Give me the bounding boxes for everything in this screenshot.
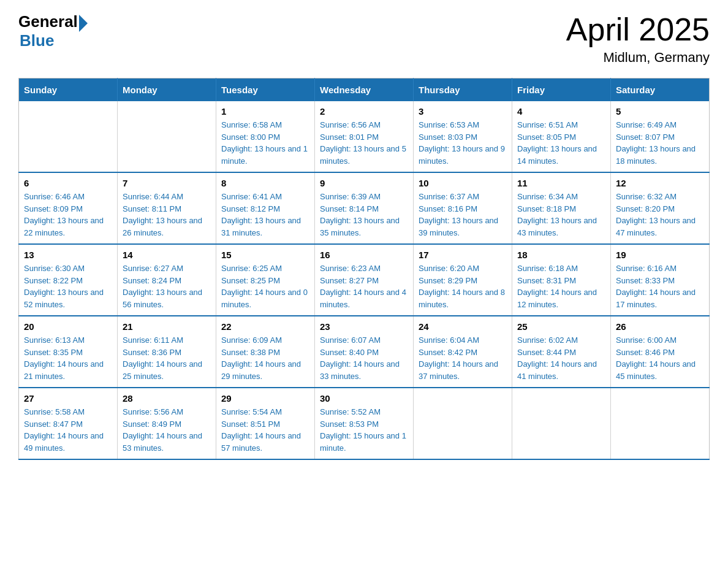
cell-date-number: 2 [320,106,408,117]
cell-date-number: 10 [419,178,507,188]
cell-date-number: 20 [24,321,112,332]
cell-date-number: 9 [320,178,408,188]
cell-info-text: Sunrise: 6:32 AM Sunset: 8:20 PM Dayligh… [616,191,704,239]
cell-info-text: Sunrise: 6:51 AM Sunset: 8:05 PM Dayligh… [517,119,605,167]
cell-date-number: 27 [24,393,112,404]
cell-date-number: 17 [419,250,507,260]
calendar-cell: 1Sunrise: 6:58 AM Sunset: 8:00 PM Daylig… [216,101,315,172]
calendar-week-1: 1Sunrise: 6:58 AM Sunset: 8:00 PM Daylig… [19,101,710,172]
cell-date-number: 22 [221,321,309,332]
cell-info-text: Sunrise: 6:37 AM Sunset: 8:16 PM Dayligh… [419,191,507,239]
calendar-cell: 23Sunrise: 6:07 AM Sunset: 8:40 PM Dayli… [315,316,414,388]
calendar-cell: 28Sunrise: 5:56 AM Sunset: 8:49 PM Dayli… [118,388,216,459]
cell-info-text: Sunrise: 6:18 AM Sunset: 8:31 PM Dayligh… [517,262,605,310]
calendar-cell [19,101,118,172]
cell-info-text: Sunrise: 6:11 AM Sunset: 8:36 PM Dayligh… [123,334,211,382]
calendar-cell: 15Sunrise: 6:25 AM Sunset: 8:25 PM Dayli… [216,244,315,316]
cell-date-number: 23 [320,321,408,332]
cell-date-number: 14 [123,250,211,260]
calendar-cell: 8Sunrise: 6:41 AM Sunset: 8:12 PM Daylig… [216,172,315,244]
calendar-cell: 30Sunrise: 5:52 AM Sunset: 8:53 PM Dayli… [315,388,414,459]
cell-date-number: 15 [221,250,309,260]
calendar-cell: 27Sunrise: 5:58 AM Sunset: 8:47 PM Dayli… [19,388,118,459]
cell-info-text: Sunrise: 6:58 AM Sunset: 8:00 PM Dayligh… [221,119,309,167]
calendar-cell: 9Sunrise: 6:39 AM Sunset: 8:14 PM Daylig… [315,172,414,244]
cell-info-text: Sunrise: 6:23 AM Sunset: 8:27 PM Dayligh… [320,262,408,310]
cell-info-text: Sunrise: 5:56 AM Sunset: 8:49 PM Dayligh… [123,406,211,454]
cell-info-text: Sunrise: 6:56 AM Sunset: 8:01 PM Dayligh… [320,119,408,167]
calendar-cell: 24Sunrise: 6:04 AM Sunset: 8:42 PM Dayli… [414,316,512,388]
calendar-cell: 13Sunrise: 6:30 AM Sunset: 8:22 PM Dayli… [19,244,118,316]
cell-date-number: 11 [517,178,605,188]
cell-info-text: Sunrise: 6:34 AM Sunset: 8:18 PM Dayligh… [517,191,605,239]
cell-info-text: Sunrise: 6:07 AM Sunset: 8:40 PM Dayligh… [320,334,408,382]
cell-info-text: Sunrise: 6:02 AM Sunset: 8:44 PM Dayligh… [517,334,605,382]
calendar-cell: 17Sunrise: 6:20 AM Sunset: 8:29 PM Dayli… [414,244,512,316]
cell-info-text: Sunrise: 6:13 AM Sunset: 8:35 PM Dayligh… [24,334,112,382]
calendar-cell [512,388,611,459]
calendar-cell: 12Sunrise: 6:32 AM Sunset: 8:20 PM Dayli… [611,172,710,244]
calendar-week-3: 13Sunrise: 6:30 AM Sunset: 8:22 PM Dayli… [19,244,710,316]
cell-info-text: Sunrise: 6:25 AM Sunset: 8:25 PM Dayligh… [221,262,309,310]
cell-info-text: Sunrise: 6:53 AM Sunset: 8:03 PM Dayligh… [419,119,507,167]
cell-info-text: Sunrise: 6:49 AM Sunset: 8:07 PM Dayligh… [616,119,704,167]
cell-date-number: 25 [517,321,605,332]
cell-date-number: 6 [24,178,112,188]
calendar-cell: 3Sunrise: 6:53 AM Sunset: 8:03 PM Daylig… [414,101,512,172]
cell-info-text: Sunrise: 6:27 AM Sunset: 8:24 PM Dayligh… [123,262,211,310]
day-header-sunday: Sunday [19,79,118,102]
cell-info-text: Sunrise: 6:44 AM Sunset: 8:11 PM Dayligh… [123,191,211,239]
day-header-thursday: Thursday [414,79,512,102]
cell-date-number: 24 [419,321,507,332]
calendar-table: SundayMondayTuesdayWednesdayThursdayFrid… [18,78,710,460]
calendar-title: April 2025 [566,12,710,47]
cell-info-text: Sunrise: 6:00 AM Sunset: 8:46 PM Dayligh… [616,334,704,382]
cell-info-text: Sunrise: 6:46 AM Sunset: 8:09 PM Dayligh… [24,191,112,239]
calendar-cell [118,101,216,172]
calendar-cell: 19Sunrise: 6:16 AM Sunset: 8:33 PM Dayli… [611,244,710,316]
cell-info-text: Sunrise: 6:30 AM Sunset: 8:22 PM Dayligh… [24,262,112,310]
calendar-cell: 7Sunrise: 6:44 AM Sunset: 8:11 PM Daylig… [118,172,216,244]
calendar-cell [414,388,512,459]
logo-blue-text: Blue [20,31,54,50]
day-header-saturday: Saturday [611,79,710,102]
calendar-cell: 20Sunrise: 6:13 AM Sunset: 8:35 PM Dayli… [19,316,118,388]
cell-date-number: 13 [24,250,112,260]
cell-date-number: 5 [616,106,704,117]
day-header-monday: Monday [118,79,216,102]
cell-date-number: 26 [616,321,704,332]
day-header-friday: Friday [512,79,611,102]
calendar-header-row: SundayMondayTuesdayWednesdayThursdayFrid… [19,79,710,102]
cell-info-text: Sunrise: 6:04 AM Sunset: 8:42 PM Dayligh… [419,334,507,382]
calendar-cell: 18Sunrise: 6:18 AM Sunset: 8:31 PM Dayli… [512,244,611,316]
page-header: General Blue April 2025 Midlum, Germany [18,12,710,66]
calendar-cell: 14Sunrise: 6:27 AM Sunset: 8:24 PM Dayli… [118,244,216,316]
calendar-week-5: 27Sunrise: 5:58 AM Sunset: 8:47 PM Dayli… [19,388,710,459]
calendar-cell: 6Sunrise: 6:46 AM Sunset: 8:09 PM Daylig… [19,172,118,244]
cell-date-number: 21 [123,321,211,332]
calendar-cell: 21Sunrise: 6:11 AM Sunset: 8:36 PM Dayli… [118,316,216,388]
cell-date-number: 8 [221,178,309,188]
day-header-wednesday: Wednesday [315,79,414,102]
calendar-week-2: 6Sunrise: 6:46 AM Sunset: 8:09 PM Daylig… [19,172,710,244]
cell-info-text: Sunrise: 5:54 AM Sunset: 8:51 PM Dayligh… [221,406,309,454]
calendar-cell: 10Sunrise: 6:37 AM Sunset: 8:16 PM Dayli… [414,172,512,244]
calendar-cell: 22Sunrise: 6:09 AM Sunset: 8:38 PM Dayli… [216,316,315,388]
calendar-cell: 29Sunrise: 5:54 AM Sunset: 8:51 PM Dayli… [216,388,315,459]
logo: General Blue [18,12,88,50]
calendar-cell [611,388,710,459]
cell-info-text: Sunrise: 5:52 AM Sunset: 8:53 PM Dayligh… [320,406,408,454]
calendar-cell: 11Sunrise: 6:34 AM Sunset: 8:18 PM Dayli… [512,172,611,244]
cell-info-text: Sunrise: 6:41 AM Sunset: 8:12 PM Dayligh… [221,191,309,239]
calendar-cell: 26Sunrise: 6:00 AM Sunset: 8:46 PM Dayli… [611,316,710,388]
cell-date-number: 3 [419,106,507,117]
logo-triangle-icon [79,15,88,32]
cell-info-text: Sunrise: 5:58 AM Sunset: 8:47 PM Dayligh… [24,406,112,454]
cell-date-number: 29 [221,393,309,404]
cell-date-number: 4 [517,106,605,117]
calendar-cell: 2Sunrise: 6:56 AM Sunset: 8:01 PM Daylig… [315,101,414,172]
cell-date-number: 12 [616,178,704,188]
cell-date-number: 7 [123,178,211,188]
cell-info-text: Sunrise: 6:09 AM Sunset: 8:38 PM Dayligh… [221,334,309,382]
cell-info-text: Sunrise: 6:16 AM Sunset: 8:33 PM Dayligh… [616,262,704,310]
